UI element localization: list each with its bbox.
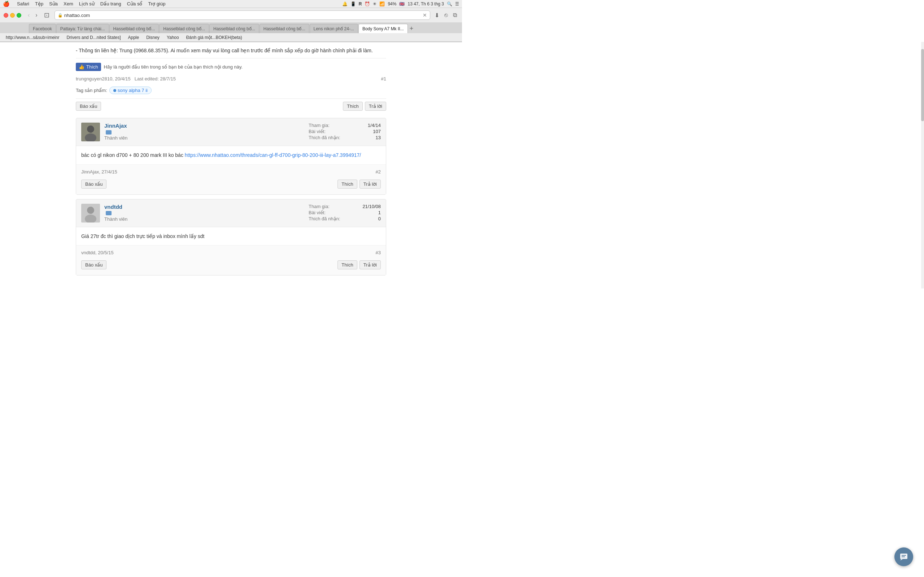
forward-button[interactable]: › <box>34 11 39 19</box>
comment3-likes-label: Thích đã nhận: <box>309 216 340 221</box>
bluetooth-icon: ✳ <box>373 2 376 6</box>
comment2-posts-label: Bài viết: <box>309 129 326 134</box>
comment2-header: JinnAjax Thành viên Tham gia: 1/4/14 Bài… <box>76 118 386 146</box>
bookmark-drivers[interactable]: Drivers and D...nited States] <box>63 34 123 41</box>
post-meta: trungnguyen2810, 20/4/15 Last edited: 28… <box>76 74 386 84</box>
bookmark-url[interactable]: http://www.n...s&sub=imeinr <box>3 34 62 41</box>
tab-body-sony[interactable]: Body Sony A7 Mk II... <box>359 24 408 33</box>
menu-cua-so[interactable]: Cửa sổ <box>127 1 142 6</box>
comment2-join-label: Tham gia: <box>309 122 330 128</box>
download-button[interactable]: ⬇ <box>433 11 441 19</box>
menu-sua[interactable]: Sửa <box>49 1 58 6</box>
tag-area: Tag sản phẩm: sony alpha 7 ii <box>76 84 386 99</box>
search-icon[interactable]: 🔍 <box>447 2 452 6</box>
flag-icon: 🇬🇧 <box>399 2 405 6</box>
comment3-posts-stat: Bài viết: 1 <box>309 210 381 215</box>
tab-pattaya[interactable]: Pattaya: Từ làng chài... <box>56 24 109 33</box>
comment3-likes-stat: Thích đã nhận: 0 <box>309 216 381 221</box>
comment2-thich-button[interactable]: Thích <box>338 180 357 189</box>
comment2-likes-count: 13 <box>376 135 381 140</box>
tab-hasselblad-1[interactable]: Hasselblad công bố... <box>109 24 159 33</box>
comment2-role: Thành viên <box>104 135 309 141</box>
battery-label: 94% <box>388 2 396 6</box>
menu-tro-giup[interactable]: Trợ giúp <box>148 1 165 6</box>
minimize-window-button[interactable] <box>10 13 15 18</box>
add-tab-button[interactable]: + <box>408 24 415 33</box>
clear-address-button[interactable]: ✕ <box>423 12 427 18</box>
comment3-tra-loi-button[interactable]: Trả lời <box>360 260 381 269</box>
contact-text: - Thông tin liên hệ: Trung (0968.68.3575… <box>76 47 386 55</box>
comment3-body-text: Giá 27tr đc thì giao dịch trực tiếp và i… <box>81 233 204 239</box>
menu-xem[interactable]: Xem <box>63 1 73 6</box>
address-bar-container[interactable]: 🔒 ✕ <box>55 10 430 20</box>
main-content: - Thông tin liên hệ: Trung (0968.68.3575… <box>69 42 393 287</box>
back-button[interactable]: ‹ <box>26 11 31 19</box>
comment3-thich-button[interactable]: Thích <box>338 260 357 269</box>
menu-safari[interactable]: Safari <box>17 1 29 6</box>
tab-hasselblad-3[interactable]: Hasselblad công bố... <box>209 24 259 33</box>
apple-logo-icon[interactable]: 🍎 <box>3 1 10 7</box>
comment2-likes-label: Thích đã nhận: <box>309 135 340 140</box>
comment3-action-buttons: Báo xấu Thích Trả lời <box>81 258 381 272</box>
sidebar-toggle-button[interactable]: ⊡ <box>42 10 52 20</box>
comment2-tra-loi-button[interactable]: Trả lời <box>360 180 381 189</box>
tab-facebook[interactable]: Facebook <box>29 24 56 33</box>
comment2-footer: JinnAjax, 27/4/15 #2 Báo xấu Thích Trả l… <box>76 164 386 194</box>
post1-bao-xau-button[interactable]: Báo xấu <box>76 102 101 111</box>
fullscreen-window-button[interactable] <box>16 13 21 18</box>
comment2-body-text: bác có gl nikon d700 + 80 200 mark III k… <box>81 152 185 158</box>
comment2-join-stat: Tham gia: 1/4/14 <box>309 122 381 128</box>
comment3-number: #3 <box>376 250 381 255</box>
comment2-posts-count: 107 <box>373 129 381 134</box>
bookmark-apple[interactable]: Apple <box>125 34 142 41</box>
tab-lens-nikon[interactable]: Lens nikon phố 24-... <box>310 24 358 33</box>
comment2-author-date: JinnAjax, 27/4/15 <box>81 169 117 174</box>
comment2-bao-xau-button[interactable]: Báo xấu <box>81 180 107 189</box>
tag-badge[interactable]: sony alpha 7 ii <box>109 87 152 94</box>
post1-number: #1 <box>381 76 386 82</box>
comment3-join-label: Tham gia: <box>309 204 330 209</box>
comment2-stats: Tham gia: 1/4/14 Bài viết: 107 Thích đã … <box>309 122 381 141</box>
comment3-join-date: 21/10/08 <box>362 204 381 209</box>
tab-hasselblad-4[interactable]: Hasselblad công bố... <box>260 24 309 33</box>
comment2-btn-group: Thích Trả lời <box>338 180 381 189</box>
comment3-username[interactable]: vndtdd <box>104 204 309 210</box>
menu-tep[interactable]: Tệp <box>35 1 43 6</box>
browser-toolbar: ‹ › ⊡ 🔒 ✕ ⬇ ⎋ ⧉ <box>0 8 462 23</box>
comment3-user-info: vndtdd Thành viên <box>104 204 309 222</box>
address-input[interactable] <box>64 13 421 18</box>
post1-action-buttons: Báo xấu Thích Trả lời <box>76 99 386 114</box>
bookmarks-bar: http://www.n...s&sub=imeinr Drivers and … <box>0 33 462 42</box>
comment3-posts-label: Bài viết: <box>309 210 326 215</box>
like-area: 👍 Thích Hãy là người đầu tiên trong số b… <box>76 58 386 74</box>
comment3-chat-icon <box>106 211 111 215</box>
time-machine-icon: ⏰ <box>365 2 370 6</box>
menu-lich-su[interactable]: Lịch sử <box>79 1 95 6</box>
new-tab-button[interactable]: ⧉ <box>452 11 459 19</box>
close-window-button[interactable] <box>3 13 8 18</box>
svg-point-4 <box>87 206 94 214</box>
r-icon: R <box>359 2 362 6</box>
post1-tra-loi-button[interactable]: Trả lời <box>365 102 386 111</box>
traffic-lights <box>3 13 21 18</box>
wifi-icon: 📶 <box>380 2 385 6</box>
tab-hasselblad-2[interactable]: Hasselblad công bố... <box>159 24 209 33</box>
bookmark-danh-gia[interactable]: Đánh giá một...BOKEH(beta) <box>183 34 245 41</box>
contact-info-block: - Thông tin liên hệ: Trung (0968.68.3575… <box>76 42 386 58</box>
comment2-link[interactable]: https://www.nhattao.com/threads/can-gl-f… <box>185 152 361 158</box>
comment2-number: #2 <box>376 169 381 174</box>
share-button[interactable]: ⎋ <box>443 11 449 19</box>
thumb-icon: 👍 <box>79 64 84 69</box>
menu-dau-trang[interactable]: Dấu trang <box>100 1 121 6</box>
post1-thich-button[interactable]: Thích <box>343 102 363 111</box>
bookmark-disney[interactable]: Disney <box>143 34 162 41</box>
comment2-meta: JinnAjax, 27/4/15 #2 <box>81 167 381 177</box>
comment3-bao-xau-button[interactable]: Báo xấu <box>81 260 107 269</box>
control-strip-icon[interactable]: ☰ <box>455 2 459 6</box>
comment-block-2: JinnAjax Thành viên Tham gia: 1/4/14 Bài… <box>76 118 386 194</box>
comment2-username[interactable]: JinnAjax <box>104 122 309 129</box>
comment2-avatar <box>81 122 100 141</box>
facebook-like-button[interactable]: 👍 Thích <box>76 63 101 71</box>
bookmark-yahoo[interactable]: Yahoo <box>164 34 182 41</box>
comment3-role: Thành viên <box>104 216 309 222</box>
